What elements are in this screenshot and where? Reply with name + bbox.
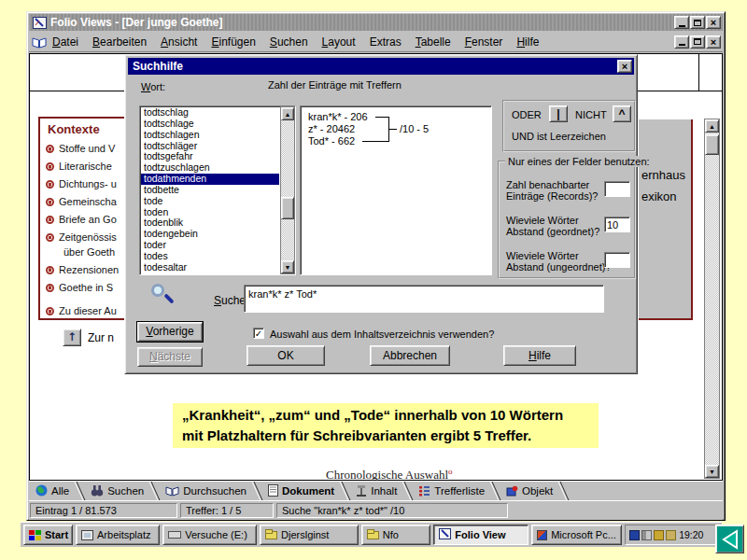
close-button[interactable]: ×: [706, 16, 721, 29]
search-input[interactable]: [244, 285, 604, 313]
sidebar-fragment-panel: ernhaus exikon: [639, 119, 693, 320]
unordered-distance-field[interactable]: [604, 252, 630, 268]
tab-inhalt[interactable]: Inhalt: [349, 482, 412, 499]
scroll-down-button[interactable]: ▼: [281, 260, 294, 273]
taskbar-folder-2[interactable]: Nfo: [361, 525, 431, 545]
menu-fenster[interactable]: Fenster: [465, 35, 503, 49]
tab-label: Durchsuchen: [183, 485, 247, 497]
ok-button[interactable]: OK: [247, 345, 325, 366]
tab-objekt[interactable]: Objekt: [500, 482, 568, 499]
scroll-up-button[interactable]: ▲: [281, 107, 294, 120]
scroll-down-button[interactable]: ▼: [705, 465, 719, 478]
slide-background: Folio Views - [Der junge Goethe] × Datei…: [0, 0, 747, 560]
taskbar-folio-view[interactable]: Folio View: [433, 525, 529, 545]
check-icon: ✓: [255, 329, 262, 339]
nicht-operator-button[interactable]: ^: [613, 105, 631, 122]
menu-hilfe[interactable]: Hilfe: [516, 35, 539, 49]
word-item[interactable]: todtschlage: [141, 119, 279, 130]
kontexte-link[interactable]: Dichtungs- u: [46, 178, 117, 189]
result-line: Tod* - 662: [308, 135, 355, 147]
word-item[interactable]: todtschläger: [141, 141, 279, 152]
menu-einfuegen[interactable]: Einfügen: [211, 35, 255, 49]
close-icon: ×: [711, 36, 716, 48]
minimize-button[interactable]: [674, 16, 689, 29]
kontexte-link-sub[interactable]: über Goeth: [63, 246, 115, 258]
child-minimize-button[interactable]: [674, 35, 689, 49]
tab-label: Trefferliste: [434, 485, 485, 497]
tab-suchen[interactable]: Suchen: [84, 482, 159, 499]
tab-dokument[interactable]: Dokument: [261, 482, 349, 499]
child-close-button[interactable]: ×: [706, 35, 721, 49]
taskbar-versuche[interactable]: Versuche (E:): [162, 525, 257, 545]
word-item[interactable]: todtschlagen: [141, 130, 279, 141]
title-bar: Folio Views - [Der junge Goethe] ×: [29, 14, 723, 31]
child-restore-button[interactable]: [690, 35, 705, 49]
kontexte-link[interactable]: Goethe in S: [46, 282, 113, 293]
word-item[interactable]: todtzuschlagen: [141, 162, 279, 174]
fields-group-title: Nur eines der Felder benutzen:: [505, 156, 653, 167]
restore-button[interactable]: [690, 16, 705, 29]
taskbar-folder-1[interactable]: Djerslginst: [260, 525, 359, 545]
menu-layout[interactable]: Layout: [322, 35, 356, 49]
tab-alle[interactable]: Alle: [29, 482, 84, 499]
kontexte-link[interactable]: Gemeinscha: [46, 196, 117, 207]
word-listbox[interactable]: todtschlag todtschlage todtschlagen todt…: [139, 105, 296, 275]
scroll-thumb[interactable]: [705, 134, 719, 155]
records-count-field[interactable]: [604, 181, 630, 197]
scroll-thumb[interactable]: [281, 197, 294, 219]
abbrechen-button[interactable]: Abbrechen: [370, 345, 450, 366]
arrow-up-icon: ↑: [67, 330, 77, 343]
kontexte-link[interactable]: Briefe an Go: [46, 214, 117, 225]
word-item[interactable]: todengebein: [141, 229, 279, 240]
checkbox-label: Auswahl aus dem Inhaltsverzeichnis verwe…: [270, 329, 494, 340]
kontexte-link[interactable]: Zeitgenössis: [46, 231, 117, 243]
suche-label: Suche: [214, 294, 246, 307]
taskbar-arbeitsplatz[interactable]: Arbeitsplatz: [76, 525, 160, 545]
bracket-line: [362, 141, 388, 142]
tab-durchsuchen[interactable]: Durchsuchen: [159, 482, 261, 499]
word-item[interactable]: todtschlag: [141, 107, 279, 119]
status-eintrag: Eintrag 1 / 81.573: [30, 503, 177, 518]
scroll-up-button[interactable]: ▲: [705, 119, 719, 133]
dialog-close-button[interactable]: ×: [617, 60, 632, 73]
word-item[interactable]: tode: [141, 196, 279, 207]
naechste-button[interactable]: Nächste: [137, 347, 203, 367]
menu-tabelle[interactable]: Tabelle: [416, 35, 451, 49]
ordered-distance-field[interactable]: [604, 217, 630, 232]
oder-operator-button[interactable]: |: [549, 105, 568, 122]
kontexte-label: Stoffe und V: [59, 143, 115, 154]
word-item[interactable]: todenblik: [141, 217, 279, 229]
menu-bearbeiten[interactable]: Bearbeiten: [92, 35, 147, 49]
results-panel: kran*k* - 206 z* - 20462 Tod* - 662 /10 …: [300, 105, 492, 275]
callout-line2: mit Platzhaltern für Schreibvarianten er…: [182, 426, 599, 446]
word-item[interactable]: todtsgefahr: [141, 151, 279, 162]
hilfe-button[interactable]: Hilfe: [503, 345, 576, 366]
word-item[interactable]: toder: [141, 240, 279, 251]
kontexte-link[interactable]: Literarische: [46, 161, 112, 172]
menu-bar: Datei Bearbeiten Ansicht Einfügen Suchen…: [29, 32, 723, 52]
operator-group: ODER | NICHT ^ UND ist Leerzeichen: [502, 100, 636, 152]
slide-back-button[interactable]: [715, 525, 744, 553]
word-item-selected[interactable]: todathmenden: [141, 174, 279, 185]
inhaltsverzeichnis-checkbox[interactable]: ✓: [253, 328, 264, 339]
menu-suchen[interactable]: Suchen: [270, 35, 308, 49]
kontexte-link[interactable]: Zu dieser Au: [46, 305, 117, 316]
start-button[interactable]: Start: [23, 525, 73, 545]
word-list-scrollbar[interactable]: ▲ ▼: [280, 106, 295, 274]
kontexte-link[interactable]: Rezensionen: [46, 264, 119, 275]
menu-datei[interactable]: Datei: [52, 35, 78, 49]
document-scrollbar[interactable]: ▲ ▼: [704, 119, 720, 479]
word-item[interactable]: todesaltar: [141, 262, 279, 273]
word-item[interactable]: todbette: [141, 185, 279, 196]
taskbar-microsoft[interactable]: Microsoft Pc...: [531, 525, 622, 545]
fragment-text: exikon: [641, 189, 677, 203]
tab-trefferliste[interactable]: Trefferliste: [412, 482, 500, 499]
word-item[interactable]: todes: [141, 251, 279, 262]
jump-up-button[interactable]: ↑: [63, 329, 81, 346]
context-icon: [46, 307, 54, 315]
kontexte-link[interactable]: Stoffe und V: [46, 143, 115, 154]
menu-ansicht[interactable]: Ansicht: [161, 35, 197, 49]
word-item[interactable]: toden: [141, 207, 279, 218]
menu-extras[interactable]: Extras: [370, 35, 402, 49]
vorherige-button[interactable]: Vorherige: [137, 322, 203, 342]
